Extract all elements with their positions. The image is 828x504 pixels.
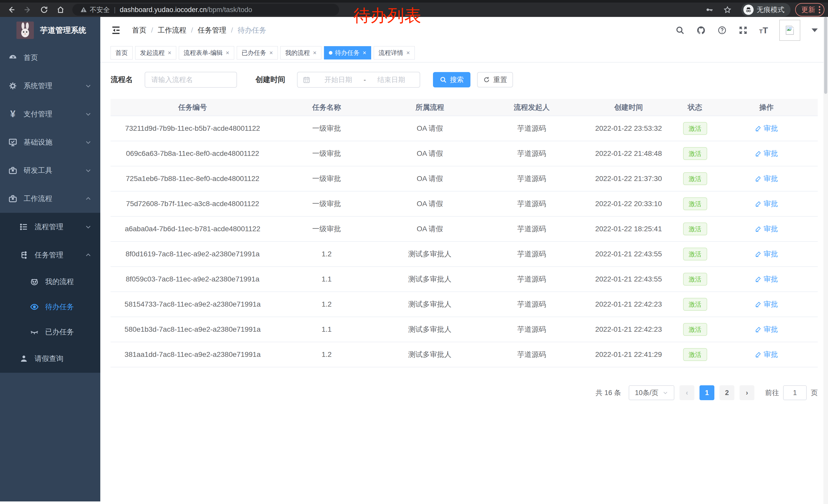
- start-date-placeholder[interactable]: 开始日期: [315, 75, 362, 84]
- cell-initiator: 芋道源码: [481, 116, 582, 141]
- next-page-button[interactable]: ›: [740, 385, 754, 400]
- cell-initiator: 芋道源码: [481, 166, 582, 191]
- fullscreen-icon[interactable]: [738, 26, 748, 35]
- page-1-button[interactable]: 1: [700, 385, 714, 400]
- sidebar-collapse-icon[interactable]: [111, 25, 121, 36]
- breadcrumb-task-mgmt[interactable]: 任务管理: [198, 26, 226, 35]
- home-icon[interactable]: [55, 5, 66, 15]
- tab-close-icon[interactable]: ×: [313, 50, 317, 56]
- cell-task-id: 8f0d1619-7ac8-11ec-a9e2-a2380e71991a: [111, 241, 275, 267]
- scrollbar-thumb[interactable]: [824, 17, 827, 94]
- process-name-input[interactable]: [151, 76, 230, 84]
- browser-update-button[interactable]: 更新: [795, 3, 824, 16]
- tab-close-icon[interactable]: ×: [406, 50, 410, 56]
- approve-button[interactable]: 审批: [755, 274, 778, 284]
- status-badge: 激活: [683, 248, 707, 261]
- approve-button[interactable]: 审批: [755, 325, 778, 334]
- approve-button[interactable]: 审批: [755, 149, 778, 158]
- page-scrollbar[interactable]: [823, 17, 828, 504]
- approve-button[interactable]: 审批: [755, 224, 778, 234]
- sidebar-item-home[interactable]: 首页: [0, 44, 100, 72]
- url-path[interactable]: /bpm/task/todo: [207, 6, 252, 14]
- status-badge: 激活: [683, 348, 707, 361]
- browser-menu-icon[interactable]: [819, 6, 820, 13]
- approve-label: 审批: [763, 149, 778, 158]
- sidebar-item-payment[interactable]: ¥ 支付管理: [0, 100, 100, 128]
- forward-icon[interactable]: [23, 5, 33, 15]
- font-size-icon[interactable]: TT: [759, 26, 768, 35]
- sidebar-item-leave-query[interactable]: 请假查询: [0, 345, 100, 373]
- sidebar-item-my-process[interactable]: 我的流程: [0, 269, 100, 294]
- goto-label: 前往: [765, 388, 779, 397]
- security-warning-icon[interactable]: [80, 6, 87, 13]
- cell-task-name: 1.2: [275, 241, 379, 267]
- sidebar-item-workflow[interactable]: 工作流程: [0, 185, 100, 213]
- bookmark-star-icon[interactable]: [723, 6, 732, 14]
- date-range-picker[interactable]: 开始日期 - 结束日期: [297, 72, 420, 88]
- page-size-select[interactable]: 10条/页: [629, 385, 674, 400]
- page-2-button[interactable]: 2: [719, 385, 734, 400]
- url-host[interactable]: dashboard.yudao.iocoder.cn: [120, 6, 207, 14]
- sidebar-item-system[interactable]: 系统管理: [0, 72, 100, 100]
- avatar-caret-icon[interactable]: [812, 29, 818, 32]
- tab-close-icon[interactable]: ×: [168, 50, 171, 56]
- sidebar-item-done-tasks[interactable]: 已办任务: [0, 319, 100, 345]
- help-icon[interactable]: [717, 26, 727, 35]
- sidebar-item-infra[interactable]: 基础设施: [0, 128, 100, 156]
- eye-icon: [29, 302, 40, 312]
- cell-task-id: 580e1b3d-7ac8-11ec-a9e2-a2380e71991a: [111, 317, 275, 342]
- approve-button[interactable]: 审批: [755, 249, 778, 259]
- approve-label: 审批: [763, 274, 778, 284]
- tab[interactable]: 首页 ×: [111, 46, 133, 59]
- breadcrumb-home[interactable]: 首页: [132, 26, 147, 35]
- sidebar-menu: 首页 系统管理 ¥ 支付管理 基础设施: [0, 44, 100, 373]
- sidebar-item-devtools[interactable]: 研发工具: [0, 156, 100, 185]
- goto-page-input[interactable]: 1: [783, 385, 807, 400]
- search-button[interactable]: 搜索: [433, 72, 470, 87]
- workflow-submenu: 流程管理 任务管理 我的流程: [0, 213, 100, 373]
- search-icon[interactable]: [675, 26, 685, 35]
- page-size-value: 10条/页: [635, 388, 658, 397]
- tab[interactable]: 待办任务 ×: [324, 46, 371, 59]
- breadcrumb-separator: /: [191, 26, 193, 34]
- tab[interactable]: 流程详情 ×: [374, 46, 415, 59]
- cell-action: 审批: [715, 191, 818, 216]
- approve-button[interactable]: 审批: [755, 199, 778, 209]
- tab-label: 我的流程: [285, 49, 310, 57]
- cell-task-id: 73211d9d-7b9b-11ec-b5b7-acde48001122: [111, 116, 275, 141]
- sidebar-item-todo-tasks[interactable]: 待办任务: [0, 294, 100, 319]
- sidebar-item-label: 我的流程: [45, 277, 74, 287]
- approve-button[interactable]: 审批: [755, 300, 778, 309]
- approve-button[interactable]: 审批: [755, 124, 778, 133]
- sidebar-item-process-mgmt[interactable]: 流程管理: [0, 213, 100, 241]
- password-key-icon[interactable]: [705, 6, 714, 14]
- end-date-placeholder[interactable]: 结束日期: [368, 75, 415, 84]
- github-icon[interactable]: [696, 26, 706, 35]
- breadcrumb-workflow[interactable]: 工作流程: [158, 26, 187, 35]
- app-logo-row[interactable]: 芋道管理系统: [0, 17, 100, 44]
- reload-icon[interactable]: [39, 5, 49, 15]
- tab[interactable]: 我的流程 ×: [280, 46, 321, 59]
- sidebar-item-label: 已办任务: [45, 327, 74, 337]
- eye-closed-icon: [29, 327, 40, 337]
- cell-create-time: 2022-01-21 22:41:29: [582, 342, 675, 367]
- tab-close-icon[interactable]: ×: [363, 50, 366, 56]
- prev-page-button[interactable]: ‹: [679, 385, 694, 400]
- tree-icon: [19, 250, 29, 260]
- tab[interactable]: 已办任务 ×: [237, 46, 278, 59]
- address-bar[interactable]: 不安全 | dashboard.yudao.iocoder.cn/bpm/tas…: [72, 4, 339, 16]
- security-label[interactable]: 不安全: [90, 5, 110, 14]
- avatar[interactable]: [779, 20, 800, 41]
- chevron-down-icon: [85, 111, 92, 118]
- sidebar-item-task-mgmt[interactable]: 任务管理: [0, 241, 100, 269]
- back-icon[interactable]: [6, 5, 16, 15]
- cell-initiator: 芋道源码: [481, 267, 582, 292]
- table-row: a6aba0a4-7b6d-11ec-b781-acde48001122 一级审…: [111, 216, 818, 241]
- tab[interactable]: 流程表单-编辑 ×: [179, 46, 234, 59]
- tab-close-icon[interactable]: ×: [269, 50, 273, 56]
- reset-button[interactable]: 重置: [477, 72, 513, 87]
- tab-close-icon[interactable]: ×: [226, 50, 229, 56]
- tab[interactable]: 发起流程 ×: [135, 46, 176, 59]
- approve-button[interactable]: 审批: [755, 174, 778, 184]
- approve-button[interactable]: 审批: [755, 350, 778, 359]
